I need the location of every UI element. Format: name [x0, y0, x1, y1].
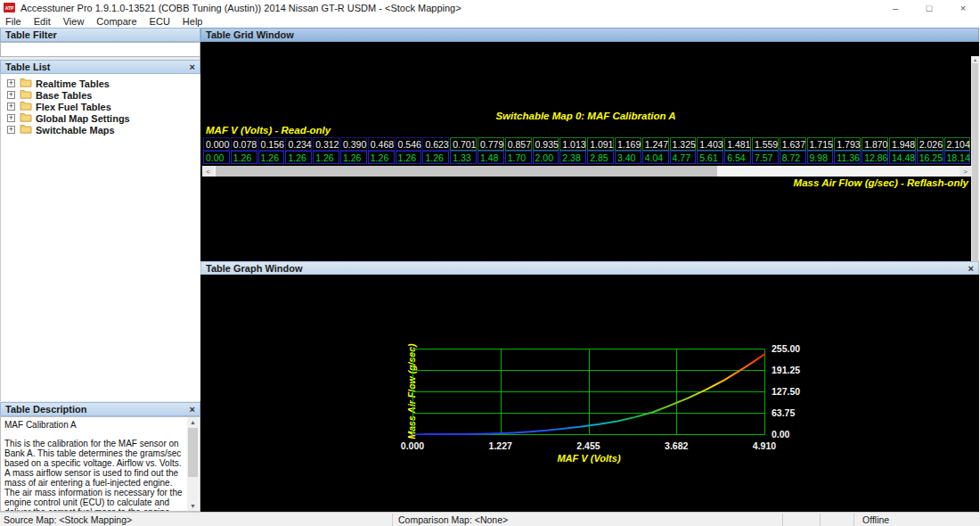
flow-cell[interactable]: 2.85 — [587, 151, 614, 164]
scroll-right-icon[interactable]: > — [960, 166, 971, 177]
flow-cell[interactable]: 1.26 — [258, 151, 285, 164]
expand-icon[interactable]: + — [7, 79, 15, 87]
flow-cell[interactable]: 1.26 — [285, 151, 312, 164]
tree-item-realtime-tables[interactable]: +Realtime Tables — [1, 78, 200, 89]
flow-cell[interactable]: 1.33 — [450, 151, 477, 164]
volts-cell[interactable]: 2.104 — [944, 137, 971, 151]
flow-cell[interactable]: 5.61 — [697, 151, 723, 164]
grid-scrollbar-track[interactable] — [717, 166, 960, 177]
flow-cell[interactable]: 1.26 — [313, 151, 339, 164]
volts-cell[interactable]: 1.481 — [724, 137, 751, 151]
scroll-left-icon[interactable]: < — [202, 166, 214, 177]
grid-vertical-scrollbar[interactable]: ▲ ▼ — [971, 56, 979, 275]
volts-cell[interactable]: 0.468 — [368, 137, 395, 151]
volts-cell[interactable]: 0.234 — [285, 137, 312, 151]
table-grid-window-header[interactable]: Table Grid Window — [200, 28, 979, 42]
flow-cell[interactable]: 1.70 — [505, 151, 532, 164]
volts-cell[interactable]: 1.247 — [642, 137, 669, 151]
menu-ecu[interactable]: ECU — [150, 16, 170, 27]
tree-item-label[interactable]: Switchable Maps — [36, 125, 115, 136]
expand-icon[interactable]: + — [7, 114, 15, 122]
volts-cell[interactable]: 0.935 — [533, 137, 559, 151]
flow-cell[interactable]: 9.98 — [807, 151, 834, 164]
volts-cell[interactable]: 1.637 — [780, 137, 806, 151]
flow-cell[interactable]: 11.36 — [834, 151, 861, 164]
volts-cell[interactable]: 1.793 — [834, 137, 861, 151]
menu-edit[interactable]: Edit — [34, 16, 51, 27]
flow-cell[interactable]: 1.26 — [340, 151, 367, 164]
volts-cell[interactable]: 0.156 — [258, 137, 285, 151]
table-graph-window-header[interactable]: Table Graph Window × — [200, 261, 979, 275]
grid-scrollbar-thumb[interactable] — [216, 166, 717, 177]
volts-cell[interactable]: 0.000 — [203, 137, 230, 151]
table-filter-input[interactable] — [0, 42, 200, 57]
menu-view[interactable]: View — [63, 16, 85, 27]
flow-cell[interactable]: 18.14 — [944, 151, 971, 164]
menu-compare[interactable]: Compare — [96, 16, 136, 27]
flow-cell[interactable]: 4.04 — [642, 151, 669, 164]
table-description-close-icon[interactable]: × — [190, 404, 195, 415]
volts-cell[interactable]: 0.078 — [231, 137, 257, 151]
expand-icon[interactable]: + — [7, 91, 15, 99]
grid-y-axis-label: Mass Air Flow (g/sec) - Reflash-only — [794, 177, 968, 188]
volts-cell[interactable]: 0.857 — [505, 137, 532, 151]
volts-cell[interactable]: 1.870 — [862, 137, 888, 151]
table-list-close-icon[interactable]: × — [190, 62, 195, 72]
maximize-button[interactable]: □ — [912, 0, 946, 15]
flow-cell[interactable]: 12.86 — [862, 151, 888, 164]
volts-cell[interactable]: 1.948 — [889, 137, 916, 151]
flow-cell[interactable]: 2.00 — [533, 151, 559, 164]
volts-cell[interactable]: 1.559 — [752, 137, 779, 151]
flow-cell[interactable]: 6.54 — [724, 151, 751, 164]
tree-item-flex-fuel-tables[interactable]: +Flex Fuel Tables — [1, 101, 200, 112]
y-tick-label: 127.50 — [772, 386, 800, 397]
expand-icon[interactable]: + — [7, 103, 15, 111]
grid-vscrollbar-thumb[interactable] — [972, 63, 978, 267]
volts-cell[interactable]: 1.715 — [807, 137, 834, 151]
flow-cell[interactable]: 16.25 — [917, 151, 943, 164]
flow-cell[interactable]: 14.48 — [889, 151, 916, 164]
flow-cell[interactable]: 1.26 — [396, 151, 422, 164]
tree-item-label[interactable]: Flex Fuel Tables — [36, 102, 111, 112]
volts-cell[interactable]: 0.312 — [313, 137, 339, 151]
volts-cell[interactable]: 0.701 — [450, 137, 477, 151]
flow-cell[interactable]: 7.57 — [752, 151, 779, 164]
flow-cell[interactable]: 3.40 — [615, 151, 641, 164]
volts-cell[interactable]: 1.013 — [559, 137, 586, 151]
expand-icon[interactable]: + — [7, 126, 15, 134]
flow-cell[interactable]: 4.77 — [670, 151, 697, 164]
menu-file[interactable]: File — [5, 16, 21, 27]
volts-cell[interactable]: 2.026 — [917, 137, 943, 151]
close-button[interactable]: × — [946, 0, 980, 15]
flow-cell[interactable]: 1.48 — [478, 151, 504, 164]
scroll-down-icon[interactable]: ▼ — [187, 501, 199, 511]
volts-cell[interactable]: 0.779 — [478, 137, 504, 151]
flow-cell[interactable]: 1.26 — [368, 151, 395, 164]
tree-item-global-map-settings[interactable]: +Global Map Settings — [1, 112, 200, 124]
tree-item-base-tables[interactable]: +Base Tables — [1, 89, 200, 101]
volts-cell[interactable]: 0.546 — [396, 137, 422, 151]
flow-cell[interactable]: 0.00 — [203, 151, 230, 164]
grid-horizontal-scrollbar[interactable]: < > — [202, 166, 971, 177]
description-scrollbar-thumb[interactable] — [188, 428, 198, 477]
scroll-up-icon[interactable]: ▲ — [187, 417, 199, 427]
volts-cell[interactable]: 1.169 — [615, 137, 641, 151]
volts-cell[interactable]: 1.403 — [697, 137, 723, 151]
volts-cell[interactable]: 1.091 — [587, 137, 614, 151]
tree-item-label[interactable]: Base Tables — [36, 90, 92, 101]
tree-item-label[interactable]: Realtime Tables — [36, 78, 110, 89]
flow-cell[interactable]: 1.26 — [231, 151, 257, 164]
minimize-button[interactable]: – — [878, 0, 912, 15]
tree-item-switchable-maps[interactable]: +Switchable Maps — [1, 124, 200, 136]
volts-cell[interactable]: 0.623 — [422, 137, 449, 151]
flow-cell[interactable]: 2.38 — [559, 151, 586, 164]
menu-help[interactable]: Help — [183, 16, 203, 27]
volts-cell[interactable]: 1.325 — [670, 137, 697, 151]
flow-cell[interactable]: 1.26 — [422, 151, 449, 164]
volts-cell[interactable]: 0.390 — [340, 137, 367, 151]
scroll-up-icon[interactable]: ▲ — [971, 56, 979, 63]
tree-item-label[interactable]: Global Map Settings — [36, 113, 130, 124]
flow-cell[interactable]: 8.72 — [780, 151, 806, 164]
description-scrollbar[interactable]: ▲ ▼ — [187, 417, 199, 511]
table-graph-window-close-icon[interactable]: × — [968, 263, 974, 274]
